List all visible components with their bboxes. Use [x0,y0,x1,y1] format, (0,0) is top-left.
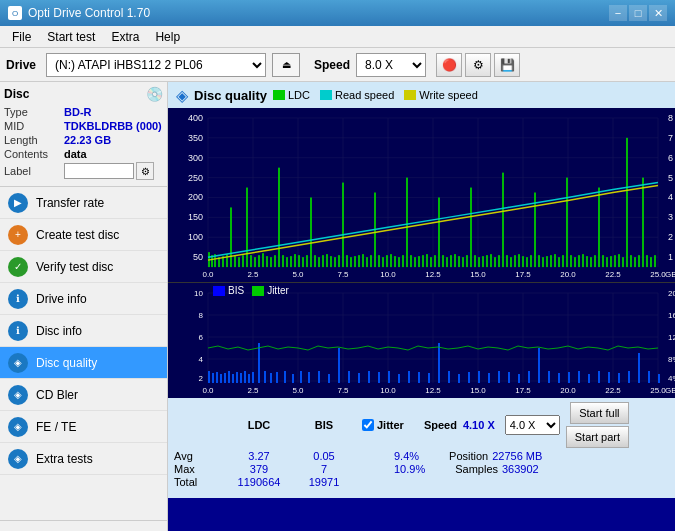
svg-rect-197 [244,371,246,383]
avg-label: Avg [174,450,224,462]
svg-rect-129 [530,255,532,267]
svg-text:4 X: 4 X [668,192,675,202]
svg-text:2 X: 2 X [668,232,675,242]
svg-text:20%: 20% [668,289,675,298]
svg-text:150: 150 [188,212,203,222]
avg-bis: 0.05 [294,450,354,462]
speed-select[interactable]: 8.0 X [356,53,426,77]
svg-rect-234 [578,371,580,383]
status-window-button[interactable]: Status window > > [0,520,167,531]
sidebar-item-extra-tests[interactable]: ◈ Extra tests [0,443,167,475]
svg-rect-95 [394,256,396,267]
chart-legend: LDC Read speed Write speed [273,89,478,101]
legend-bis-label: BIS [228,285,244,296]
svg-rect-136 [558,257,560,267]
speed-label: Speed [314,58,350,72]
svg-rect-212 [358,373,360,383]
svg-rect-200 [258,343,260,383]
drive-icon-btn-3[interactable]: 💾 [494,53,520,77]
drive-icon-btn-2[interactable]: ⚙ [465,53,491,77]
svg-rect-62 [262,253,264,267]
jitter-checkbox[interactable] [362,419,374,431]
svg-text:350: 350 [188,133,203,143]
start-full-button[interactable]: Start full [570,402,629,424]
svg-rect-188 [208,371,210,383]
svg-rect-80 [334,257,336,267]
sidebar-item-verify-test-disc[interactable]: ✓ Verify test disc [0,251,167,283]
svg-text:10.0: 10.0 [380,386,396,395]
sidebar-item-disc-info[interactable]: ℹ Disc info [0,315,167,347]
chart-container: 400 350 300 250 200 150 100 50 8 X 7 X 6… [168,108,675,531]
drive-bar: Drive (N:) ATAPI iHBS112 2 PL06 ⏏ Speed … [0,48,675,82]
svg-text:2.5: 2.5 [247,270,259,279]
drive-label: Drive [6,58,36,72]
menu-extra[interactable]: Extra [103,28,147,46]
svg-rect-73 [306,255,308,267]
bis-header: BIS [294,419,354,431]
svg-text:15.0: 15.0 [470,386,486,395]
sidebar-item-disc-quality[interactable]: ◈ Disc quality [0,347,167,379]
svg-text:300: 300 [188,153,203,163]
app-icon: O [8,6,22,20]
svg-rect-205 [292,374,294,383]
svg-rect-61 [258,255,260,267]
svg-rect-68 [286,257,288,267]
speed-dropdown[interactable]: 4.0 X [505,415,560,435]
maximize-button[interactable]: □ [629,5,647,21]
menu-help[interactable]: Help [147,28,188,46]
avg-ldc: 3.27 [224,450,294,462]
disc-label-input[interactable] [64,163,134,179]
menu-start-test[interactable]: Start test [39,28,103,46]
svg-rect-121 [498,255,500,267]
svg-rect-157 [642,178,644,267]
disc-mid-value: TDKBLDRBB (000) [64,120,162,132]
sidebar-item-drive-info[interactable]: ℹ Drive info [0,283,167,315]
svg-rect-116 [478,257,480,267]
svg-rect-54 [230,207,232,267]
sidebar-item-transfer-rate[interactable]: ▶ Transfer rate [0,187,167,219]
svg-rect-92 [382,257,384,267]
svg-text:0.0: 0.0 [202,386,214,395]
minimize-button[interactable]: − [609,5,627,21]
svg-rect-225 [488,373,490,383]
svg-rect-238 [618,373,620,383]
svg-rect-149 [610,256,612,267]
svg-text:17.5: 17.5 [515,270,531,279]
label-settings-button[interactable]: ⚙ [136,162,154,180]
svg-rect-141 [578,255,580,267]
chart-bottom: BIS Jitter [168,283,675,398]
close-button[interactable]: ✕ [649,5,667,21]
svg-text:2: 2 [199,374,204,383]
legend-ldc: LDC [273,89,310,101]
svg-rect-207 [308,372,310,383]
title-bar-left: O Opti Drive Control 1.70 [8,6,150,20]
svg-rect-211 [348,371,350,383]
sidebar-item-create-test-disc[interactable]: + Create test disc [0,219,167,251]
svg-rect-230 [538,348,540,383]
content-area: ◈ Disc quality LDC Read speed Write spee… [168,82,675,531]
sidebar-item-fe-te[interactable]: ◈ FE / TE [0,411,167,443]
svg-rect-202 [270,373,272,383]
drive-select[interactable]: (N:) ATAPI iHBS112 2 PL06 [46,53,266,77]
disc-type-value: BD-R [64,106,92,118]
svg-rect-122 [502,173,504,267]
svg-rect-66 [278,168,280,267]
stats-bar: LDC BIS Jitter Speed 4.10 X 4.0 X Star [168,398,675,498]
svg-rect-111 [458,256,460,267]
speed-value: 4.10 X [463,419,495,431]
eject-button[interactable]: ⏏ [272,53,300,77]
drive-info-icon: ℹ [8,289,28,309]
disc-mid-label: MID [4,120,64,132]
svg-rect-114 [470,188,472,268]
sidebar-item-cd-bler[interactable]: ◈ CD Bler [0,379,167,411]
svg-text:25.0: 25.0 [650,270,666,279]
svg-rect-87 [362,254,364,267]
drive-icon-btn-1[interactable]: 🔴 [436,53,462,77]
svg-rect-100 [414,257,416,267]
svg-text:0.0: 0.0 [202,270,214,279]
total-label: Total [174,476,224,488]
start-part-button[interactable]: Start part [566,426,629,448]
menu-file[interactable]: File [4,28,39,46]
svg-text:12.5: 12.5 [425,386,441,395]
svg-rect-232 [558,373,560,383]
